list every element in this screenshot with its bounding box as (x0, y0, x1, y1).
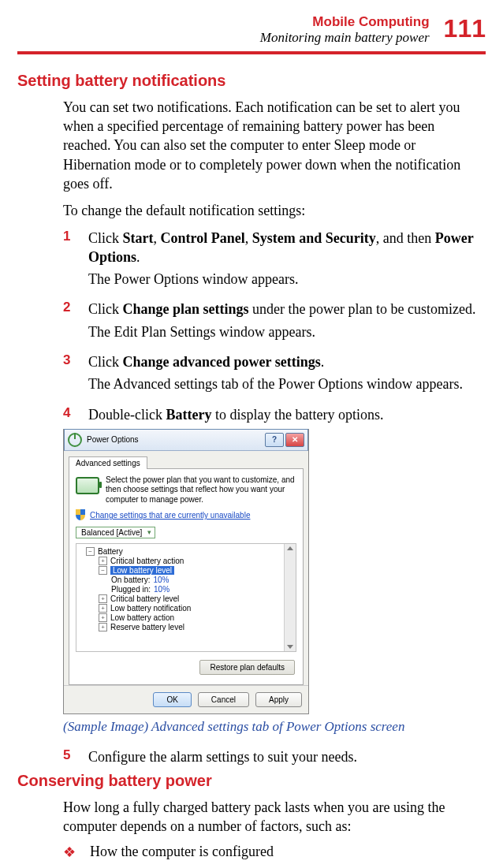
step-number: 5 (63, 747, 77, 766)
shield-icon (76, 509, 85, 520)
dialog-titlebar: Power Options ? ✕ (64, 429, 308, 451)
step-result: The Edit Plan Settings window appears. (88, 322, 479, 341)
section-subtitle: Monitoring main battery power (260, 30, 430, 46)
tree-node-battery[interactable]: Battery (98, 547, 123, 556)
expand-icon[interactable]: + (99, 557, 107, 565)
scrollbar[interactable] (284, 544, 296, 651)
expand-icon[interactable]: + (99, 594, 107, 603)
power-plan-dropdown[interactable]: Balanced [Active] (76, 527, 155, 538)
ui-term: System and Security (252, 230, 376, 246)
step-text: Click (88, 301, 123, 317)
ui-term: Start (123, 230, 154, 246)
page-number: 111 (444, 14, 486, 41)
step-text: Click (88, 354, 123, 370)
expand-icon[interactable]: + (99, 613, 107, 622)
tree-value-label: On battery: (111, 576, 150, 584)
step-2: 2 Click Change plan settings under the p… (63, 300, 479, 348)
settings-tree[interactable]: −Battery +Critical battery action −Low b… (76, 543, 296, 652)
apply-button[interactable]: Apply (255, 692, 302, 707)
bullet-text: How the computer is configured (90, 844, 274, 861)
header-rule (17, 51, 486, 54)
step-5: 5 Configure the alarm settings to suit y… (63, 747, 479, 766)
ok-button[interactable]: OK (153, 692, 191, 707)
page-header: Mobile Computing Monitoring main battery… (17, 13, 486, 47)
intro-paragraph: You can set two notifications. Each noti… (63, 98, 479, 193)
dialog-title: Power Options (87, 435, 139, 444)
step-4: 4 Double-click Battery to display the ba… (63, 405, 479, 424)
tree-node-selected[interactable]: Low battery level (110, 566, 174, 575)
step-number: 4 (63, 405, 77, 424)
battery-icon (76, 477, 99, 494)
uac-settings-link[interactable]: Change settings that are currently unava… (76, 509, 296, 520)
tree-node[interactable]: Low battery notification (110, 604, 191, 613)
conserve-intro-paragraph: How long a fully charged battery pack la… (63, 798, 479, 836)
tree-node[interactable]: Critical battery action (110, 557, 184, 565)
power-options-dialog-sample: Power Options ? ✕ Advanced settings Sele… (63, 429, 479, 715)
step-result: The Advanced settings tab of the Power O… (88, 374, 479, 393)
step-text: Click (88, 230, 123, 246)
tree-node[interactable]: Critical battery level (110, 594, 179, 603)
link-text: Change settings that are currently unava… (90, 511, 250, 520)
ui-term: Change advanced power settings (123, 354, 321, 370)
step-3: 3 Click Change advanced power settings. … (63, 352, 479, 400)
step-number: 1 (63, 229, 77, 296)
step-1: 1 Click Start, Control Panel, System and… (63, 229, 479, 296)
help-button[interactable]: ? (265, 433, 284, 447)
bullet-icon: ❖ (63, 844, 77, 861)
tree-value-link[interactable]: 10% (153, 576, 169, 584)
tree-value-link[interactable]: 10% (154, 585, 170, 594)
ui-term: Control Panel (161, 230, 245, 246)
step-result: The Power Options window appears. (88, 270, 479, 289)
power-icon (68, 433, 82, 447)
step-text: Configure the alarm settings to suit you… (88, 747, 479, 766)
expand-icon[interactable]: + (99, 623, 107, 631)
collapse-icon[interactable]: − (99, 566, 107, 575)
tree-value-label: Plugged in: (111, 585, 151, 594)
bullet-item: ❖ How the computer is configured (63, 844, 479, 861)
tree-node[interactable]: Reserve battery level (110, 623, 184, 631)
expand-icon[interactable]: + (99, 604, 107, 613)
step-number: 3 (63, 352, 77, 400)
tree-node[interactable]: Low battery action (110, 613, 174, 622)
heading-conserving-battery-power: Conserving battery power (17, 772, 486, 790)
cancel-button[interactable]: Cancel (198, 692, 249, 707)
tab-advanced-settings[interactable]: Advanced settings (69, 456, 147, 469)
step-number: 2 (63, 300, 77, 348)
ui-term: Battery (166, 407, 211, 423)
lead-paragraph: To change the default notification setti… (63, 201, 479, 220)
restore-plan-defaults-button[interactable]: Restore plan defaults (199, 660, 295, 675)
dialog-description: Select the power plan that you want to c… (106, 475, 296, 505)
ui-term: Change plan settings (123, 301, 249, 317)
chapter-title: Mobile Computing (260, 14, 430, 30)
collapse-icon[interactable]: − (86, 547, 95, 556)
heading-setting-battery-notifications: Setting battery notifications (17, 72, 486, 90)
figure-caption: (Sample Image) Advanced settings tab of … (63, 719, 479, 735)
close-button[interactable]: ✕ (285, 433, 304, 447)
step-text: Double-click (88, 407, 166, 423)
